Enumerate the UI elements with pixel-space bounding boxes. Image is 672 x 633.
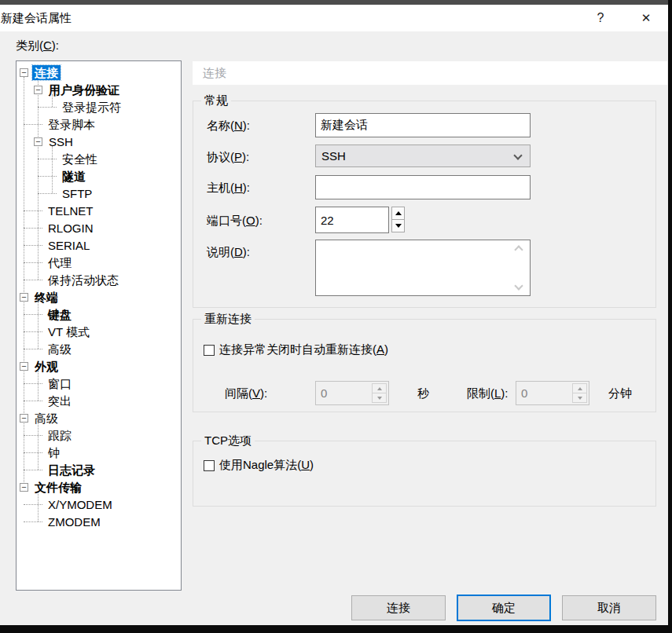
tree-connector: [24, 245, 42, 246]
tree-item-proxy[interactable]: 代理: [17, 254, 181, 271]
tree-connector: [24, 521, 42, 522]
background-bottom-strip: [0, 625, 672, 633]
tree-item-label: 登录脚本: [46, 117, 97, 132]
tree-item-label: 终端: [32, 290, 61, 305]
tree-connector: [24, 470, 42, 470]
new-session-properties-dialog: 新建会话属性 ? ✕ 类别(C): −连接−用户身份验证登录提示符登录脚本−SS…: [0, 0, 672, 633]
interval-label: 间隔(V):: [225, 386, 267, 401]
port-spin-up-button[interactable]: [391, 207, 405, 220]
tree-item-telnet[interactable]: TELNET: [17, 202, 181, 219]
tree-item-ssh[interactable]: −SSH: [17, 133, 181, 150]
tree-connector: [24, 262, 42, 263]
tree-item-connection[interactable]: −连接: [17, 64, 181, 81]
group-tcp: TCP选项 使用Nagle算法(U): [193, 441, 656, 507]
tree-item-label: 跟踪: [46, 428, 74, 443]
tree-item-label: TELNET: [46, 203, 96, 218]
description-textarea[interactable]: [316, 240, 530, 295]
spin-down-icon: [372, 393, 387, 403]
tree-item-login-prompt[interactable]: 登录提示符: [17, 98, 181, 115]
nagle-checkbox-row[interactable]: 使用Nagle算法(U): [204, 458, 314, 473]
tree-collapse-icon[interactable]: −: [20, 483, 28, 492]
limit-spin-arrows: [572, 383, 587, 403]
tree-collapse-icon[interactable]: −: [34, 86, 42, 94]
name-label: 名称(N):: [207, 119, 250, 134]
close-button[interactable]: ✕: [630, 5, 662, 31]
tree-item-logging[interactable]: 日志记录: [17, 461, 181, 478]
tree-item-terminal[interactable]: −终端: [17, 288, 181, 306]
name-input[interactable]: [315, 113, 531, 137]
connect-button[interactable]: 连接: [351, 595, 446, 620]
tree-collapse-icon[interactable]: −: [20, 362, 28, 371]
tree-item-terminal-advanced[interactable]: 高级: [17, 340, 181, 357]
tree-item-rlogin[interactable]: RLOGIN: [17, 219, 181, 236]
tree-item-vt-mode[interactable]: VT 模式: [17, 323, 181, 340]
tree-item-label: 外观: [32, 359, 61, 374]
protocol-select[interactable]: SSH: [315, 145, 531, 167]
title-bar: 新建会话属性 ? ✕: [0, 5, 668, 31]
tree-item-appearance[interactable]: −外观: [17, 357, 181, 375]
tree-item-file-transfer[interactable]: −文件传输: [17, 478, 181, 496]
tree-item-login-script[interactable]: 登录脚本: [17, 115, 181, 133]
tree-item-label: 文件传输: [32, 480, 84, 495]
tree-item-sftp[interactable]: SFTP: [17, 185, 181, 202]
tree-item-authentication[interactable]: −用户身份验证: [17, 81, 181, 98]
tree-connector: [24, 504, 42, 505]
tree-item-security[interactable]: 安全性: [17, 150, 181, 167]
tree-collapse-icon[interactable]: −: [34, 137, 42, 146]
tree-item-zmodem[interactable]: ZMODEM: [17, 513, 181, 530]
description-label: 说明(D):: [207, 245, 250, 260]
help-icon: ?: [597, 11, 604, 24]
tree-item-tunnel[interactable]: 隧道: [17, 167, 181, 185]
tree-collapse-icon[interactable]: −: [20, 68, 28, 77]
tree-item-serial[interactable]: SERIAL: [17, 236, 181, 254]
auto-reconnect-checkbox-row[interactable]: 连接异常关闭时自动重新连接(A): [204, 342, 388, 357]
group-general-title: 常规: [201, 93, 231, 108]
tree-connector: [24, 349, 42, 349]
tree-connector: [24, 314, 42, 315]
spin-down-icon: [572, 393, 587, 403]
tree-connector: [38, 176, 57, 177]
spin-down-icon: [395, 224, 402, 228]
tree-item-label: SERIAL: [46, 238, 92, 253]
port-input[interactable]: [315, 207, 389, 233]
tree-item-keyboard[interactable]: 键盘: [17, 306, 181, 323]
description-field[interactable]: [315, 240, 531, 296]
tree-collapse-icon[interactable]: −: [20, 293, 28, 302]
ok-button[interactable]: 确定: [457, 595, 551, 621]
tree-item-label: SSH: [46, 134, 75, 149]
tree-connector: [24, 383, 42, 384]
tree-item-highlight[interactable]: 突出: [17, 392, 181, 409]
checkbox-icon[interactable]: [204, 460, 215, 471]
help-button[interactable]: ?: [586, 5, 615, 31]
tree-item-trace[interactable]: 跟踪: [17, 426, 181, 444]
tree-item-label: 登录提示符: [60, 100, 123, 115]
category-tree[interactable]: −连接−用户身份验证登录提示符登录脚本−SSH安全性隧道SFTPTELNETRL…: [16, 60, 182, 591]
window-title: 新建会话属性: [1, 5, 72, 31]
tree-connector: [24, 401, 42, 401]
tree-item-label: SFTP: [60, 186, 94, 201]
tree-item-xymodem[interactable]: X/YMODEM: [17, 496, 181, 513]
cancel-button[interactable]: 取消: [562, 595, 656, 620]
protocol-value: SSH: [321, 145, 530, 166]
category-label: 类别(C):: [16, 38, 59, 53]
tree-item-keepalive[interactable]: 保持活动状态: [17, 271, 181, 288]
tree-connector: [24, 280, 42, 280]
tree-item-label: 代理: [46, 255, 74, 270]
tree-item-bell[interactable]: 钟: [17, 444, 181, 461]
tree-item-advanced[interactable]: −高级: [17, 409, 181, 426]
limit-spinner: 0: [516, 381, 589, 405]
close-icon: ✕: [641, 11, 652, 24]
tree-item-label: ZMODEM: [46, 514, 103, 529]
interval-spin-arrows: [372, 383, 387, 403]
tree-connector: [38, 107, 57, 108]
port-spin-down-button[interactable]: [391, 219, 405, 232]
tree-item-label: 安全性: [60, 152, 100, 166]
interval-unit-label: 秒: [417, 386, 429, 401]
tree-connector: [24, 452, 42, 453]
tree-connector: [24, 228, 42, 229]
checkbox-icon[interactable]: [204, 345, 215, 356]
host-input[interactable]: [315, 175, 531, 199]
tree-collapse-icon[interactable]: −: [20, 414, 28, 423]
tree-item-window[interactable]: 窗口: [17, 375, 181, 392]
port-label: 端口号(O):: [207, 214, 263, 229]
